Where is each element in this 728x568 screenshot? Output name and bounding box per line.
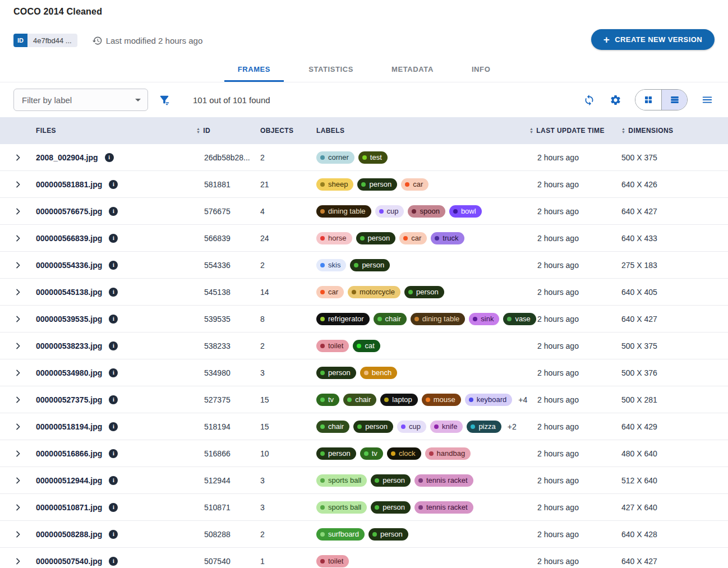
label-chip[interactable]: sheep (316, 178, 353, 191)
info-icon[interactable]: i (109, 395, 118, 404)
sort-icon[interactable]: ▲▼ (621, 127, 625, 134)
label-chip[interactable]: car (401, 178, 428, 191)
label-chip[interactable]: person (371, 501, 411, 514)
label-chip[interactable]: sink (469, 313, 499, 325)
file-name[interactable]: 000000539535.jpg (36, 315, 102, 324)
file-name[interactable]: 000000516866.jpg (36, 449, 102, 458)
tab-frames[interactable]: FRAMES (224, 57, 284, 82)
label-chip[interactable]: surfboard (316, 528, 365, 541)
info-icon[interactable]: i (109, 449, 118, 458)
expand-row-button[interactable] (11, 501, 25, 514)
label-chip[interactable]: chair (343, 394, 376, 406)
info-icon[interactable]: i (109, 207, 118, 216)
label-chip[interactable]: tennis racket (414, 474, 473, 487)
tab-metadata[interactable]: METADATA (378, 57, 447, 82)
label-chip[interactable]: horse (316, 232, 352, 244)
info-icon[interactable]: i (109, 315, 118, 324)
label-chip[interactable]: vase (503, 313, 536, 325)
label-chip[interactable]: corner (316, 151, 354, 164)
label-chip[interactable]: cup (375, 205, 404, 218)
label-chip[interactable]: dining table (411, 313, 466, 325)
grid-view-icon[interactable] (635, 90, 661, 110)
tab-info[interactable]: INFO (458, 57, 504, 82)
label-chip[interactable]: bowl (449, 205, 482, 218)
filter-funnel-icon[interactable] (158, 94, 171, 106)
label-chip[interactable]: person (404, 286, 444, 298)
sort-icon[interactable]: ▲▼ (529, 127, 533, 134)
info-icon[interactable]: i (109, 180, 118, 189)
label-chip[interactable]: spoon (408, 205, 445, 218)
expand-row-button[interactable] (11, 555, 25, 568)
label-chip[interactable]: toilet (316, 340, 349, 352)
expand-row-button[interactable] (11, 528, 25, 541)
expand-row-button[interactable] (11, 151, 25, 164)
info-icon[interactable]: i (109, 530, 118, 539)
tab-statistics[interactable]: STATISTICS (295, 57, 367, 82)
label-chip[interactable]: motorcycle (348, 286, 400, 298)
file-name[interactable]: 000000534980.jpg (36, 368, 102, 377)
expand-row-button[interactable] (11, 339, 25, 353)
file-name[interactable]: 000000545138.jpg (36, 288, 102, 297)
label-chip[interactable]: sports ball (316, 501, 367, 514)
label-chip[interactable]: chair (316, 421, 349, 433)
label-chip[interactable]: chair (374, 313, 407, 325)
info-icon[interactable]: i (109, 503, 118, 512)
label-chip[interactable]: person (368, 528, 408, 541)
file-name[interactable]: 000000566839.jpg (36, 234, 102, 243)
expand-row-button[interactable] (11, 420, 25, 433)
label-chip[interactable]: keyboard (465, 394, 512, 406)
file-name[interactable]: 000000581881.jpg (36, 180, 102, 189)
label-chip[interactable]: clock (387, 447, 421, 460)
label-chip[interactable]: laptop (380, 394, 417, 406)
expand-row-button[interactable] (11, 312, 25, 326)
expand-row-button[interactable] (11, 178, 25, 191)
info-icon[interactable]: i (109, 288, 118, 297)
label-chip[interactable]: tennis racket (414, 501, 473, 514)
info-icon[interactable]: i (105, 153, 114, 162)
label-chip[interactable]: truck (431, 232, 464, 244)
label-chip[interactable]: cup (397, 421, 426, 433)
label-chip[interactable]: dining table (316, 205, 371, 218)
info-icon[interactable]: i (109, 368, 118, 377)
file-name[interactable]: 000000538233.jpg (36, 341, 102, 350)
file-name[interactable]: 2008_002904.jpg (36, 153, 98, 162)
dataset-id-badge[interactable]: ID 4e7fbd44 ... (13, 34, 77, 47)
file-name[interactable]: 000000510871.jpg (36, 503, 102, 512)
expand-row-button[interactable] (11, 447, 25, 460)
label-chip[interactable]: skis (316, 259, 346, 271)
info-icon[interactable]: i (109, 422, 118, 431)
label-chip[interactable]: sports ball (316, 474, 367, 487)
label-chip[interactable]: person (357, 178, 397, 191)
label-chip[interactable]: pizza (467, 421, 501, 433)
label-chip[interactable]: tv (316, 394, 339, 406)
label-chip[interactable]: cat (353, 340, 380, 352)
expand-row-button[interactable] (11, 205, 25, 218)
label-chip[interactable]: handbag (425, 447, 471, 460)
filter-by-label-select[interactable]: Filter by label (13, 89, 148, 111)
file-name[interactable]: 000000512944.jpg (36, 476, 102, 485)
file-name[interactable]: 000000518194.jpg (36, 422, 102, 431)
label-chip[interactable]: test (358, 151, 388, 164)
create-new-version-button[interactable]: + CREATE NEW VERSION (591, 29, 715, 50)
label-chip[interactable]: refrigerator (316, 313, 370, 325)
file-name[interactable]: 000000554336.jpg (36, 261, 102, 270)
label-chip[interactable]: mouse (422, 394, 461, 406)
expand-row-button[interactable] (11, 393, 25, 407)
file-name[interactable]: 000000507540.jpg (36, 557, 102, 566)
info-icon[interactable]: i (109, 261, 118, 270)
label-chip[interactable]: car (399, 232, 427, 244)
more-labels-count[interactable]: +4 (518, 395, 527, 404)
expand-row-button[interactable] (11, 258, 25, 272)
label-chip[interactable]: person (350, 259, 390, 271)
file-name[interactable]: 000000508288.jpg (36, 530, 102, 539)
info-icon[interactable]: i (109, 234, 118, 243)
list-view-icon[interactable] (661, 90, 687, 110)
info-icon[interactable]: i (109, 341, 118, 350)
label-chip[interactable]: person (353, 421, 393, 433)
info-icon[interactable]: i (109, 476, 118, 485)
label-chip[interactable]: car (316, 286, 344, 298)
expand-row-button[interactable] (11, 366, 25, 380)
label-chip[interactable]: person (316, 447, 356, 460)
settings-gear-icon[interactable] (609, 93, 623, 107)
label-chip[interactable]: person (371, 474, 411, 487)
